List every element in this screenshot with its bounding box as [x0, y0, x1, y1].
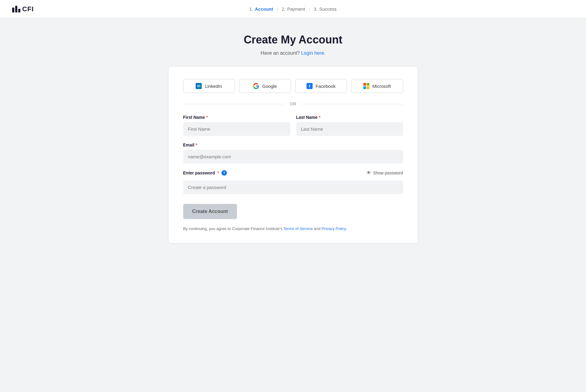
- facebook-label: Facebook: [316, 84, 336, 89]
- logo-text: CFI: [22, 5, 34, 13]
- terms-prefix: By continuing, you agree to Corporate Fi…: [183, 226, 283, 231]
- privacy-policy-link[interactable]: Privacy Policy.: [322, 226, 347, 231]
- show-password-label: Show password: [373, 170, 403, 175]
- linkedin-button[interactable]: in LinkedIn: [183, 79, 235, 93]
- step-2: 2. Payment: [282, 6, 305, 12]
- email-label: Email *: [183, 143, 403, 147]
- or-line-left: [183, 104, 285, 104]
- terms-of-service-link[interactable]: Terms of Service: [283, 226, 313, 231]
- logo-bar-3: [18, 9, 20, 12]
- last-name-label: Last Name *: [296, 115, 403, 120]
- step-3: 3. Success: [314, 6, 336, 12]
- name-row: First Name * Last Name *: [183, 115, 403, 136]
- or-divider: OR: [183, 101, 403, 106]
- first-name-label: First Name *: [183, 115, 290, 120]
- last-name-input[interactable]: [296, 122, 403, 136]
- logo: CFI: [12, 5, 34, 13]
- last-name-required: *: [319, 115, 320, 120]
- password-label-left: Enter password * ?: [183, 170, 227, 176]
- step-2-label: Payment: [287, 6, 305, 12]
- step-1-label: Account: [255, 6, 273, 12]
- logo-bar-2: [15, 6, 17, 12]
- google-label: Google: [262, 84, 277, 89]
- password-required: *: [218, 170, 219, 175]
- eye-icon: 👁: [366, 170, 371, 176]
- logo-bar-1: [12, 8, 14, 12]
- main-content: Create My Account Have an account? Login…: [0, 18, 586, 258]
- password-group: Enter password * ? 👁 Show password: [183, 170, 403, 194]
- facebook-button[interactable]: f Facebook: [295, 79, 347, 93]
- step-3-num: 3.: [314, 7, 317, 12]
- step-1: 1. Account: [249, 6, 273, 12]
- show-password-button[interactable]: 👁 Show password: [366, 170, 403, 176]
- page-title: Create My Account: [244, 33, 342, 46]
- password-input[interactable]: [183, 181, 403, 194]
- step-2-num: 2.: [282, 7, 286, 12]
- or-line-right: [301, 104, 403, 104]
- social-buttons-row: in LinkedIn Google f Facebook: [183, 79, 403, 93]
- create-account-button[interactable]: Create Account: [183, 204, 237, 219]
- step-arrow-2: ›: [309, 7, 310, 12]
- registration-card: in LinkedIn Google f Facebook: [169, 67, 418, 243]
- first-name-input[interactable]: [183, 122, 290, 136]
- microsoft-icon: [363, 83, 369, 89]
- password-label-row: Enter password * ? 👁 Show password: [183, 170, 403, 176]
- microsoft-button[interactable]: Microsoft: [351, 79, 403, 93]
- first-name-group: First Name *: [183, 115, 290, 136]
- or-text: OR: [290, 101, 296, 106]
- stepper: 1. Account › 2. Payment › 3. Success: [249, 6, 336, 12]
- email-required: *: [196, 143, 197, 147]
- microsoft-label: Microsoft: [372, 84, 391, 89]
- terms-text: By continuing, you agree to Corporate Fi…: [183, 226, 403, 231]
- terms-and: and: [314, 226, 320, 231]
- login-link[interactable]: Login here.: [301, 50, 325, 56]
- email-input[interactable]: [183, 150, 403, 163]
- logo-icon: [12, 6, 20, 12]
- google-button[interactable]: Google: [239, 79, 291, 93]
- linkedin-label: LinkedIn: [205, 84, 222, 89]
- google-icon: [253, 83, 259, 89]
- step-1-num: 1.: [249, 7, 253, 12]
- step-3-label: Success: [319, 6, 337, 12]
- subtitle-text: Have an account?: [261, 50, 300, 56]
- last-name-group: Last Name *: [296, 115, 403, 136]
- header: CFI 1. Account › 2. Payment › 3. Success: [0, 0, 586, 18]
- first-name-required: *: [206, 115, 208, 120]
- email-group: Email *: [183, 143, 403, 163]
- password-help-icon[interactable]: ?: [221, 170, 227, 176]
- linkedin-icon: in: [196, 83, 202, 89]
- subtitle: Have an account? Login here.: [261, 50, 326, 56]
- step-arrow-1: ›: [277, 7, 278, 12]
- facebook-icon: f: [307, 83, 313, 89]
